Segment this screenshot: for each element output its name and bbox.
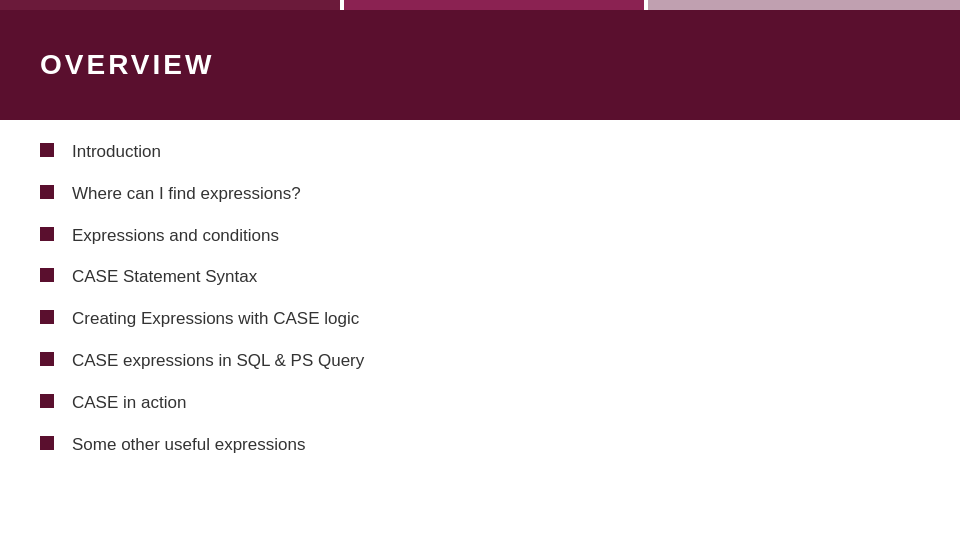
- bullet-square-icon: [40, 436, 54, 450]
- list-item: Expressions and conditions: [40, 224, 920, 248]
- slide-content: IntroductionWhere can I find expressions…: [40, 140, 920, 520]
- bullet-text: CASE Statement Syntax: [72, 265, 257, 289]
- bullet-text: CASE in action: [72, 391, 186, 415]
- slide-header: OVERVIEW: [0, 10, 960, 120]
- bar-dark: [0, 0, 340, 10]
- list-item: Where can I find expressions?: [40, 182, 920, 206]
- bullet-square-icon: [40, 310, 54, 324]
- bar-light: [648, 0, 960, 10]
- list-item: Creating Expressions with CASE logic: [40, 307, 920, 331]
- bullet-square-icon: [40, 268, 54, 282]
- slide: OVERVIEW IntroductionWhere can I find ex…: [0, 0, 960, 540]
- bullet-text: Introduction: [72, 140, 161, 164]
- list-item: CASE in action: [40, 391, 920, 415]
- bullet-text: CASE expressions in SQL & PS Query: [72, 349, 364, 373]
- bullet-list: IntroductionWhere can I find expressions…: [40, 140, 920, 456]
- slide-title: OVERVIEW: [40, 49, 214, 81]
- bullet-square-icon: [40, 185, 54, 199]
- bullet-text: Creating Expressions with CASE logic: [72, 307, 359, 331]
- top-accent-bars: [0, 0, 960, 10]
- list-item: CASE Statement Syntax: [40, 265, 920, 289]
- bullet-text: Where can I find expressions?: [72, 182, 301, 206]
- list-item: Some other useful expressions: [40, 433, 920, 457]
- bullet-square-icon: [40, 227, 54, 241]
- bullet-square-icon: [40, 143, 54, 157]
- bullet-text: Expressions and conditions: [72, 224, 279, 248]
- list-item: CASE expressions in SQL & PS Query: [40, 349, 920, 373]
- bullet-text: Some other useful expressions: [72, 433, 305, 457]
- list-item: Introduction: [40, 140, 920, 164]
- bullet-square-icon: [40, 394, 54, 408]
- bullet-square-icon: [40, 352, 54, 366]
- bar-medium: [344, 0, 644, 10]
